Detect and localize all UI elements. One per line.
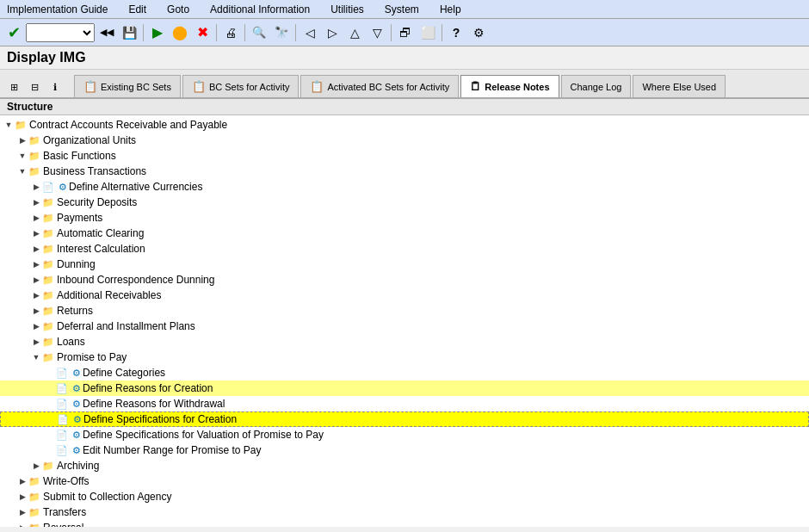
nav-back-button[interactable]: ◀◀	[96, 22, 117, 43]
orange-stop-button[interactable]: ⬤	[170, 22, 190, 43]
collapse-all-button[interactable]: ⊟	[24, 77, 45, 97]
release-notes-icon: 🗒	[470, 80, 481, 93]
folder-icon: 📁	[41, 460, 55, 472]
tree-row[interactable]: ▼📁Basic Functions	[0, 148, 809, 164]
tree-row[interactable]: 📄⚙Define Categories	[0, 365, 809, 380]
tab-activated-bc-sets[interactable]: 📋 Activated BC Sets for Activity	[300, 75, 459, 97]
tree-row[interactable]: ▶📁Organizational Units	[0, 133, 809, 148]
window-button[interactable]: 🗗	[395, 22, 416, 43]
toolbar-separator-4	[295, 24, 296, 41]
tree-arrow[interactable]: ▶	[31, 461, 41, 470]
tree-row[interactable]: ▶📁Security Deposits	[0, 195, 809, 210]
tree-arrow[interactable]: ▼	[17, 167, 28, 176]
tree-arrow[interactable]: ▶	[31, 229, 41, 238]
down-button[interactable]: ▽	[367, 22, 387, 43]
tab-where-else-used[interactable]: Where Else Used	[633, 75, 726, 97]
tree-arrow[interactable]: ▼	[3, 121, 14, 129]
tab-change-log[interactable]: Change Log	[561, 75, 632, 97]
tree-node-label: Define Alternative Currencies	[69, 181, 202, 193]
next-page-button[interactable]: ▷	[322, 22, 343, 43]
tree-row[interactable]: ▼📁Business Transactions	[0, 164, 809, 179]
expand-all-button[interactable]: ⊞	[3, 77, 24, 97]
tree-arrow[interactable]: ▶	[31, 198, 41, 207]
tree-row[interactable]: ▼📁Contract Accounts Receivable and Payab…	[0, 117, 809, 133]
tree-arrow[interactable]: ▶	[31, 275, 41, 284]
doc-icon: 📄	[55, 429, 69, 441]
tree-arrow[interactable]: ▶	[31, 291, 41, 300]
tree-arrow[interactable]: ▶	[17, 136, 28, 145]
tree-row[interactable]: ▶📁Automatic Clearing	[0, 226, 809, 241]
red-cancel-button[interactable]: ✖	[192, 22, 213, 43]
tab-existing-bc-sets[interactable]: 📋 Existing BC Sets	[74, 75, 181, 97]
print-button[interactable]: 🖨	[220, 22, 241, 43]
tree-row[interactable]: ▼📁Promise to Pay	[0, 350, 809, 365]
tree-row[interactable]: ▶📁Payments	[0, 210, 809, 226]
tab-change-log-label: Change Log	[571, 82, 622, 92]
tree-arrow[interactable]: ▶	[17, 477, 28, 486]
menu-implementation-guide[interactable]: Implementation Guide	[3, 2, 111, 17]
help-button[interactable]: ?	[446, 22, 466, 43]
up-button[interactable]: △	[344, 22, 365, 43]
menu-utilities[interactable]: Utilities	[327, 2, 367, 17]
tree-row[interactable]: 📄⚙Edit Number Range for Promise to Pay	[0, 442, 809, 458]
tree-row[interactable]: 📄⚙Define Specifications for Valuation of…	[0, 427, 809, 442]
tab-release-notes-label: Release Notes	[485, 82, 549, 92]
tree-row[interactable]: ▶📁Deferral and Installment Plans	[0, 319, 809, 334]
tree-row[interactable]: ▶📁Submit to Collection Agency	[0, 489, 809, 504]
ok-button[interactable]: ✔	[3, 22, 24, 43]
menu-additional-information[interactable]: Additional Information	[207, 2, 313, 17]
tree-row[interactable]: ▶📁Write-Offs	[0, 473, 809, 489]
tree-row[interactable]: ▶📄⚙Define Alternative Currencies	[0, 179, 809, 195]
tree-arrow[interactable]: ▶	[31, 244, 41, 253]
tree-row[interactable]: 📄⚙Define Specifications for Creation	[0, 411, 809, 427]
tab-activated-bc-sets-label: Activated BC Sets for Activity	[327, 82, 449, 92]
tree-row[interactable]: 📄⚙Define Reasons for Creation	[0, 380, 809, 396]
tree-row[interactable]: ▶📁Transfers	[0, 504, 809, 520]
tree-row[interactable]: ▶📁Dunning	[0, 257, 809, 272]
tab-bc-sets-activity[interactable]: 📋 BC Sets for Activity	[182, 75, 300, 97]
tree-row[interactable]: ▶📁Additional Receivables	[0, 288, 809, 303]
tree-row[interactable]: ▶📁Archiving	[0, 458, 809, 473]
tree-arrow[interactable]: ▶	[17, 523, 28, 527]
save-button[interactable]: 💾	[119, 22, 139, 43]
settings-button[interactable]: ⚙	[468, 22, 489, 43]
tree-row[interactable]: ▶📁Interest Calculation	[0, 241, 809, 257]
tree-arrow[interactable]: ▶	[31, 322, 41, 331]
menu-goto[interactable]: Goto	[164, 2, 193, 17]
find-next-button[interactable]: 🔭	[271, 22, 292, 43]
tree-arrow[interactable]: ▶	[31, 213, 41, 222]
tree-arrow[interactable]: ▼	[17, 152, 28, 160]
menu-system[interactable]: System	[381, 2, 423, 17]
prev-page-button[interactable]: ◁	[300, 22, 320, 43]
tree-row[interactable]: ▶📁Reversal	[0, 520, 809, 527]
tree-arrow[interactable]: ▶	[31, 306, 41, 315]
tree-arrow[interactable]: ▶	[31, 182, 41, 191]
menu-help[interactable]: Help	[436, 2, 465, 17]
tree-node-label: Basic Functions	[43, 150, 116, 162]
tree-row[interactable]: ▶📁Loans	[0, 334, 809, 350]
tree-row[interactable]: ▶📁Inbound Correspondence Dunning	[0, 272, 809, 288]
window2-button[interactable]: ⬜	[417, 22, 438, 43]
tree-arrow[interactable]: ▶	[17, 492, 28, 501]
tree-row[interactable]: 📄⚙Define Reasons for Withdrawal	[0, 396, 809, 411]
menu-edit[interactable]: Edit	[125, 2, 150, 17]
tab-existing-bc-sets-label: Existing BC Sets	[101, 82, 171, 92]
folder-icon: 📁	[28, 150, 41, 162]
tree-arrow[interactable]: ▶	[31, 260, 41, 269]
command-select[interactable]	[26, 23, 95, 42]
find-button[interactable]: 🔍	[249, 22, 269, 43]
tree-node-label: Organizational Units	[43, 134, 136, 146]
activated-bc-icon: 📋	[310, 80, 324, 93]
tree-arrow[interactable]: ▶	[17, 508, 28, 517]
tree-arrow[interactable]: ▼	[31, 353, 41, 362]
tree-area[interactable]: ▼📁Contract Accounts Receivable and Payab…	[0, 115, 809, 527]
folder-icon: 📁	[28, 506, 41, 518]
tree-node-label: Define Reasons for Withdrawal	[83, 398, 225, 410]
tab-release-notes[interactable]: 🗒 Release Notes	[460, 75, 559, 97]
folder-icon: 📁	[41, 336, 55, 348]
green-forward-button[interactable]: ▶	[147, 22, 168, 43]
tree-arrow[interactable]: ▶	[31, 337, 41, 346]
tree-row[interactable]: ▶📁Returns	[0, 303, 809, 319]
tree-node-label: Returns	[57, 305, 93, 317]
info-button[interactable]: ℹ	[45, 77, 65, 97]
